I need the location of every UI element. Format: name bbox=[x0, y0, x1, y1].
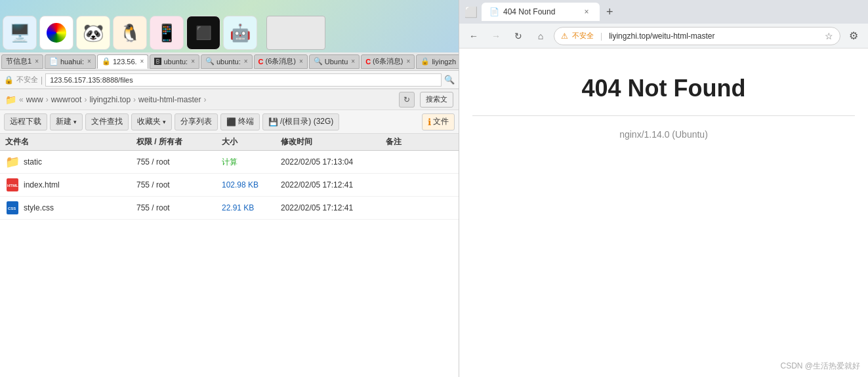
tab-jie-xin-xi[interactable]: 节信息1 × bbox=[1, 54, 43, 69]
tab-label: (6条消息) bbox=[266, 56, 296, 66]
file-name-cell: 📁 static bbox=[5, 155, 136, 169]
home-button[interactable]: ⌂ bbox=[531, 27, 550, 45]
tab-favicon-icon: 📄 bbox=[489, 7, 499, 16]
tab-label: huahui: bbox=[60, 58, 84, 66]
folder-icon: 📁 bbox=[5, 155, 20, 169]
table-row[interactable]: CSS style.css 755 / root 22.91 KB 2022/0… bbox=[0, 197, 459, 220]
back-button[interactable]: ← bbox=[465, 27, 483, 45]
security-label-left: 不安全 bbox=[16, 75, 38, 85]
refresh-button[interactable]: ↻ bbox=[399, 92, 415, 108]
new-tab-button[interactable]: + bbox=[606, 5, 613, 19]
tab-label: (6条消息) bbox=[373, 56, 403, 66]
tab-label: 节信息1 bbox=[6, 56, 31, 66]
permissions-cell: 755 / root bbox=[136, 203, 222, 212]
file-manager-toolbar: 远程下载 新建 ▾ 文件查找 收藏夹 ▾ 分享列表 ⬛ 终端 💾 /(根目录) … bbox=[0, 110, 459, 134]
browser-window-icon: ⬜ bbox=[465, 6, 478, 18]
breadcrumb-weitu[interactable]: weitu-html-master bbox=[138, 95, 201, 104]
favorites-button[interactable]: 收藏夹 ▾ bbox=[131, 113, 172, 130]
tab-close-icon[interactable]: × bbox=[351, 58, 355, 65]
tab-close-icon[interactable]: × bbox=[244, 58, 248, 65]
tab-close-icon[interactable]: × bbox=[191, 58, 195, 65]
browser-tab[interactable]: 📄 404 Not Found × bbox=[482, 3, 600, 21]
browser-settings-icon[interactable]: ⚙ bbox=[844, 27, 863, 45]
remote-download-button[interactable]: 远程下载 bbox=[4, 113, 47, 130]
file-name-style: style.css bbox=[24, 203, 54, 212]
file-search-button[interactable]: 文件查找 bbox=[85, 113, 129, 130]
tab-icon: 🔍 bbox=[314, 57, 323, 66]
tab-close-icon[interactable]: × bbox=[35, 58, 39, 65]
disk-button[interactable]: 💾 /(根目录) (32G) bbox=[262, 113, 339, 130]
tab-ubuntu2[interactable]: 🔍 ubuntu: × bbox=[201, 54, 253, 69]
tab-123[interactable]: 🔒 123.56. × bbox=[97, 54, 149, 69]
file-name-index: index.html bbox=[24, 180, 60, 189]
tab-label: ubuntu: bbox=[217, 58, 241, 66]
browser-address-bar[interactable]: ⚠ 不安全 | liyingzhi.top/weitu-html-master … bbox=[554, 27, 840, 45]
browser-address-bar-left: 🔒 不安全 | 🔍 bbox=[0, 71, 459, 89]
size-cell: 计算 bbox=[222, 157, 281, 168]
tab-6tiao1[interactable]: C (6条消息) × bbox=[254, 54, 308, 69]
tab-icon: 🔒 bbox=[102, 57, 111, 66]
desktop-icon-circle[interactable] bbox=[39, 16, 73, 50]
permissions-cell: 755 / root bbox=[136, 180, 222, 189]
tab-icon: 📄 bbox=[49, 57, 58, 66]
taskbar-tabs: 节信息1 × 📄 huahui: × 🔒 123.56. × 🅱 ubuntu:… bbox=[0, 52, 459, 71]
left-panel: 🖥️ 🐼 🐧 📱 ⬛ 🤖 节信息1 × 📄 huahui: × bbox=[0, 0, 459, 377]
new-button[interactable]: 新建 ▾ bbox=[50, 113, 83, 130]
modified-cell: 2022/02/05 17:12:41 bbox=[281, 180, 386, 189]
tab-6tiao2[interactable]: C (6条消息) × bbox=[361, 54, 415, 69]
tab-huahui[interactable]: 📄 huahui: × bbox=[45, 54, 96, 69]
error-subtitle: nginx/1.14.0 (Ubuntu) bbox=[619, 129, 708, 140]
chevron-down-icon: ▾ bbox=[163, 119, 166, 125]
browser-title-bar: ⬜ 📄 404 Not Found × + bbox=[459, 0, 868, 24]
breadcrumb-sep-0: « bbox=[19, 95, 24, 104]
share-list-button[interactable]: 分享列表 bbox=[175, 113, 218, 130]
chevron-down-icon: ▾ bbox=[73, 119, 77, 125]
right-panel: ⬜ 📄 404 Not Found × + ← → ↻ ⌂ ⚠ 不安全 | li… bbox=[459, 0, 868, 377]
terminal-button[interactable]: ⬛ 终端 bbox=[220, 113, 260, 130]
desktop-icon-app1[interactable]: 📱 bbox=[150, 16, 184, 50]
info-icon: ℹ bbox=[428, 117, 431, 127]
csdn-watermark: CSDN @生活热爱就好 bbox=[780, 361, 860, 372]
permissions-cell: 755 / root bbox=[136, 157, 222, 167]
search-file-button[interactable]: 搜索文 bbox=[420, 92, 453, 108]
bookmark-icon[interactable]: ☆ bbox=[825, 31, 833, 41]
tab-ubuntu1[interactable]: 🅱 ubuntu: × bbox=[150, 54, 199, 69]
table-row[interactable]: HTML index.html 755 / root 102.98 KB 202… bbox=[0, 174, 459, 197]
breadcrumb-www[interactable]: www bbox=[26, 95, 43, 104]
table-row[interactable]: 📁 static 755 / root 计算 2022/02/05 17:13:… bbox=[0, 151, 459, 174]
tab-close-icon[interactable]: × bbox=[299, 58, 303, 65]
search-icon-left[interactable]: 🔍 bbox=[444, 75, 455, 85]
breadcrumb-bar: 📁 « www › wwwroot › liyingzhi.top › weit… bbox=[0, 89, 459, 110]
forward-button[interactable]: → bbox=[487, 27, 505, 45]
browser-nav-bar: ← → ↻ ⌂ ⚠ 不安全 | liyingzhi.top/weitu-html… bbox=[459, 24, 868, 49]
tab-close-icon[interactable]: × bbox=[87, 58, 91, 65]
tab-ubuntu3[interactable]: 🔍 Ubuntu × bbox=[309, 54, 360, 69]
col-header-size: 大小 bbox=[222, 136, 281, 148]
tab-liyingzh[interactable]: 🔒 liyingzh × bbox=[416, 54, 459, 69]
address-input-left[interactable] bbox=[45, 73, 442, 87]
security-text: 不安全 bbox=[572, 31, 594, 41]
desktop-icon-dark[interactable]: ⬛ bbox=[186, 16, 220, 50]
lock-icon-left: 🔒 bbox=[4, 75, 14, 85]
reload-button[interactable]: ↻ bbox=[509, 27, 527, 45]
modified-cell: 2022/02/05 17:12:41 bbox=[281, 203, 386, 212]
breadcrumb-sep-2: › bbox=[84, 95, 87, 104]
desktop-icon-files[interactable]: 🖥️ bbox=[3, 16, 37, 50]
tab-close-icon[interactable]: × bbox=[407, 58, 411, 65]
separator: | bbox=[41, 75, 43, 85]
tab-close-button[interactable]: × bbox=[581, 7, 592, 17]
desktop-icon-panda[interactable]: 🐼 bbox=[76, 16, 110, 50]
desktop-icon-penguin[interactable]: 🐧 bbox=[113, 16, 147, 50]
breadcrumb-wwwroot[interactable]: wwwroot bbox=[51, 95, 82, 104]
tab-close-icon[interactable]: × bbox=[140, 58, 144, 65]
folder-root-icon: 📁 bbox=[5, 94, 16, 105]
tab-icon: C bbox=[365, 58, 371, 66]
file-info-button[interactable]: ℹ 文件 bbox=[422, 113, 455, 130]
modified-cell: 2022/02/05 17:13:04 bbox=[281, 157, 386, 167]
preview-thumbnail bbox=[266, 16, 325, 50]
desktop-icon-robot[interactable]: 🤖 bbox=[223, 16, 257, 50]
col-header-name: 文件名 bbox=[5, 136, 136, 148]
svg-text:CSS: CSS bbox=[8, 207, 16, 210]
breadcrumb-liyingzhi[interactable]: liyingzhi.top bbox=[89, 95, 131, 104]
col-header-modified: 修改时间 bbox=[281, 136, 386, 148]
